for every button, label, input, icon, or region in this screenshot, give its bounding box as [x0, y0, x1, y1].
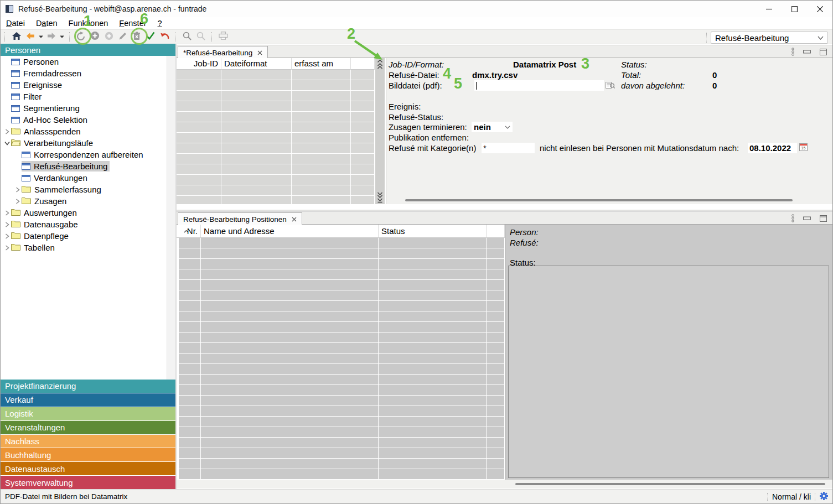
table-row[interactable] — [177, 280, 505, 290]
context-dropdown[interactable]: Refusé-Bearbeitung — [711, 32, 828, 44]
table-row[interactable] — [177, 196, 375, 204]
column-header-job-id[interactable]: Job-ID — [177, 58, 221, 70]
table-row[interactable] — [177, 269, 505, 280]
toolbar-button-edit[interactable] — [116, 30, 130, 44]
mutation-date-field[interactable]: 08.10.2022 — [748, 143, 797, 153]
caret-down-icon[interactable] — [37, 30, 44, 44]
table-row[interactable] — [177, 364, 505, 375]
tree-item-verdankungen[interactable]: Verdankungen — [1, 172, 167, 184]
terminate-select[interactable]: nein — [472, 122, 513, 132]
tree-item-datenpflege[interactable]: Datenpflege — [1, 230, 167, 242]
tree-item-anlassspenden[interactable]: Anlassspenden — [1, 126, 167, 137]
caret-down-icon[interactable] — [58, 30, 65, 44]
tree-item-personen[interactable]: Personen — [1, 56, 167, 67]
section-veranstaltungen[interactable]: Veranstaltungen — [1, 421, 175, 434]
table-row[interactable] — [177, 164, 375, 175]
panel-dots-icon[interactable] — [791, 48, 794, 56]
table-row[interactable] — [177, 91, 375, 101]
menu-item-datei[interactable]: Datei — [1, 19, 30, 28]
tree-item-tabellen[interactable]: Tabellen — [1, 242, 167, 253]
bottom-hscrollbar-thumb[interactable] — [515, 483, 825, 485]
chevron-right-icon[interactable] — [3, 129, 11, 134]
calendar-icon[interactable]: 15 — [799, 143, 808, 153]
maximize-icon[interactable] — [782, 1, 807, 17]
tab-close-icon[interactable] — [257, 50, 262, 55]
settings-gear-icon[interactable] — [820, 492, 828, 502]
table-row[interactable] — [177, 248, 505, 259]
form-hscrollbar-thumb[interactable] — [405, 199, 793, 201]
column-header-nr[interactable]: Nr. — [179, 225, 201, 238]
tree-item-ad-hoc-selektion[interactable]: Ad-Hoc Selektion — [1, 114, 167, 126]
table-row[interactable] — [177, 354, 505, 364]
table-row[interactable] — [177, 438, 505, 448]
table-row[interactable] — [177, 322, 505, 332]
table-row[interactable] — [177, 459, 505, 469]
panel-minimize-icon[interactable] — [803, 50, 811, 54]
table-row[interactable] — [177, 122, 375, 133]
category-input[interactable]: * — [482, 143, 535, 153]
scroll-page-down-icon[interactable] — [377, 192, 383, 198]
tab-positionen[interactable]: Refusé-Bearbeitung Positionen — [178, 212, 302, 225]
panel-dots-icon[interactable] — [791, 214, 794, 222]
scroll-page-up-icon[interactable] — [377, 63, 383, 69]
table-row[interactable] — [177, 385, 505, 396]
toolbar-button-back[interactable] — [23, 30, 37, 44]
chevron-right-icon[interactable] — [3, 233, 11, 239]
tree-scrollbar[interactable] — [167, 56, 175, 380]
section-logistik[interactable]: Logistik — [1, 407, 175, 420]
sidebar-header-personen[interactable]: Personen — [1, 44, 175, 56]
toolbar-button-undo[interactable] — [157, 30, 171, 44]
tree-item-fremdadressen[interactable]: Fremdadressen — [1, 67, 167, 79]
table-row[interactable] — [177, 154, 375, 164]
table-row[interactable] — [177, 301, 505, 311]
table-row[interactable] — [177, 417, 505, 427]
table-row[interactable] — [177, 175, 375, 185]
table-row[interactable] — [177, 70, 375, 80]
table-row[interactable] — [177, 133, 375, 143]
menu-item-daten[interactable]: Daten — [30, 19, 63, 28]
menu-item-help[interactable]: ? — [152, 19, 168, 28]
tree-item-verarbeitungsläufe[interactable]: Verarbeitungsläufe — [1, 137, 167, 149]
tree-item-auswertungen[interactable]: Auswertungen — [1, 207, 167, 219]
table-row[interactable] — [177, 80, 375, 91]
tree-item-korrespondenzen-aufbereiten[interactable]: Korrespondenzen aufbereiten — [1, 149, 167, 160]
table-row[interactable] — [177, 343, 505, 354]
table-row[interactable] — [177, 469, 505, 480]
tab-close-icon[interactable] — [292, 217, 297, 222]
tree-item-ereignisse[interactable]: Ereignisse — [1, 79, 167, 91]
table-row[interactable] — [177, 448, 505, 459]
table-row[interactable] — [177, 238, 505, 248]
table-row[interactable] — [177, 427, 505, 438]
table-row[interactable] — [177, 259, 505, 269]
section-projektfinanzierung[interactable]: Projektfinanzierung — [1, 380, 175, 393]
table-row[interactable] — [177, 396, 505, 406]
image-file-input[interactable] — [474, 80, 604, 91]
section-nachlass[interactable]: Nachlass — [1, 435, 175, 448]
section-buchhaltung[interactable]: Buchhaltung — [1, 448, 175, 461]
panel-minimize-icon[interactable] — [803, 216, 811, 220]
chevron-right-icon[interactable] — [14, 199, 22, 204]
table-row[interactable] — [177, 406, 505, 417]
panel-maximize-icon[interactable] — [820, 49, 827, 55]
tree-item-sammelerfassung[interactable]: Sammelerfassung — [1, 184, 167, 195]
section-verkauf[interactable]: Verkauf — [1, 393, 175, 407]
chevron-right-icon[interactable] — [3, 245, 11, 251]
toolbar-button-home[interactable] — [9, 30, 23, 44]
scroll-end-icon[interactable] — [377, 198, 383, 203]
close-icon[interactable] — [807, 1, 832, 17]
file-browse-icon[interactable] — [606, 81, 615, 91]
chevron-right-icon[interactable] — [14, 187, 22, 193]
tree-item-datenausgabe[interactable]: Datenausgabe — [1, 219, 167, 230]
table-row[interactable] — [177, 185, 375, 196]
minimize-icon[interactable] — [756, 1, 782, 17]
table-row[interactable] — [177, 332, 505, 343]
column-header-dateiformat[interactable]: Dateiformat — [221, 58, 292, 70]
column-header-status[interactable]: Status — [379, 225, 487, 238]
table-row[interactable] — [177, 290, 505, 301]
table-row[interactable] — [177, 143, 375, 154]
table-row[interactable] — [177, 112, 375, 122]
status-textarea[interactable] — [508, 266, 829, 478]
table-row[interactable] — [177, 375, 505, 385]
toolbar-button-search[interactable] — [180, 30, 194, 44]
tree-item-zusagen[interactable]: Zusagen — [1, 195, 167, 207]
